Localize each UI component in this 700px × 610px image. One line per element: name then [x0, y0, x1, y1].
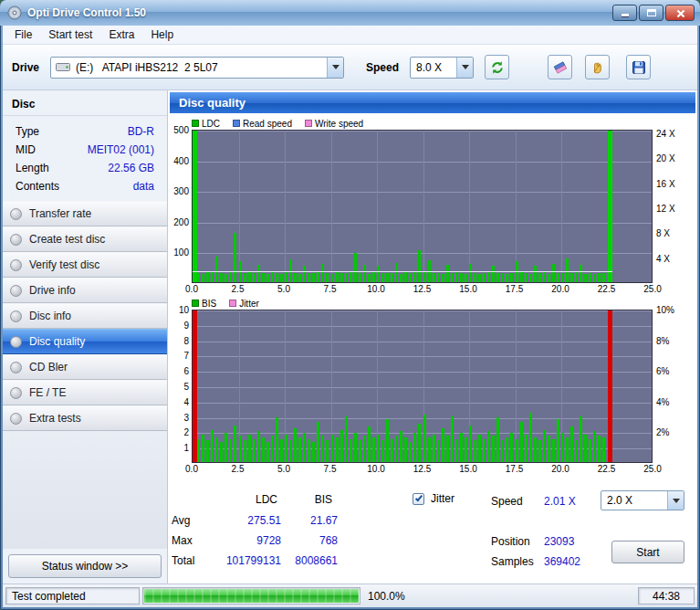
disc-length-row: Length 22.56 GB: [16, 159, 154, 177]
x-tick-label: 20.0: [551, 464, 569, 474]
disc-type-label: Type: [16, 125, 39, 138]
minimize-icon: [622, 14, 629, 16]
stop-button[interactable]: [585, 55, 610, 79]
eraser-icon: [553, 60, 568, 75]
minimize-button[interactable]: [612, 5, 637, 21]
test-bullet-icon: [10, 208, 22, 220]
app-icon: [7, 5, 22, 20]
sidebar-item-drive-info[interactable]: Drive info: [3, 278, 167, 303]
scan-speed-select[interactable]: 2.0 X: [601, 490, 684, 510]
speed-row-label: Speed: [491, 495, 523, 508]
x-tick-label: 22.5: [598, 464, 615, 474]
y-tick-label: 7: [183, 351, 189, 361]
bis-left-axis: 12345678910: [168, 310, 192, 463]
y-tick-label: 1: [183, 443, 189, 453]
sidebar-item-label: FE / TE: [29, 386, 66, 399]
title-bar[interactable]: Opti Drive Control 1.50: [0, 0, 700, 26]
test-bullet-icon: [10, 387, 22, 399]
save-button[interactable]: [626, 55, 651, 79]
disc-contents-row: Contents data: [16, 177, 154, 195]
drive-select-arrow[interactable]: [327, 58, 343, 78]
erase-disc-button[interactable]: [548, 55, 572, 79]
avg-bis-value: 21.67: [287, 514, 338, 527]
x-tick-label: 25.0: [643, 464, 661, 474]
ldc-left-axis: 100200300400500: [168, 130, 192, 283]
y2-tick-label: 20 X: [656, 153, 675, 163]
menu-help[interactable]: Help: [142, 26, 182, 43]
elapsed-time: 44:38: [638, 587, 695, 605]
x-tick-label: 25.0: [643, 284, 661, 294]
sidebar-item-fe-te[interactable]: FE / TE: [3, 380, 167, 405]
sidebar-item-create-test-disc[interactable]: Create test disc: [3, 226, 167, 252]
bis-right-axis: 2%4%6%8%10%: [653, 310, 696, 463]
y-tick-label: 500: [173, 125, 189, 135]
x-tick-label: 17.5: [506, 284, 523, 294]
status-window-button[interactable]: Status window >>: [8, 554, 162, 578]
disc-length-label: Length: [16, 162, 49, 174]
drive-select-value: (E:) ATAPI iHBS212 2 5L07: [70, 61, 327, 74]
legend-write-speed: Write speed: [305, 119, 363, 129]
drive-select[interactable]: (E:) ATAPI iHBS212 2 5L07: [50, 57, 344, 79]
refresh-icon: [490, 60, 505, 75]
sidebar-item-label: Create test disc: [29, 233, 105, 246]
speed-select-value: 8.0 X: [411, 61, 456, 74]
disc-mid-value: MEIT02 (001): [88, 143, 154, 156]
y-tick-label: 4: [183, 397, 189, 407]
x-tick-label: 7.5: [324, 284, 337, 294]
disc-section-header: Disc: [3, 90, 167, 116]
y-tick-label: 8: [183, 336, 189, 346]
x-tick-label: 17.5: [506, 464, 523, 474]
y2-tick-label: 24 X: [656, 129, 675, 139]
disc-mid-row: MID MEIT02 (001): [16, 141, 154, 159]
menu-start-test[interactable]: Start test: [40, 26, 100, 43]
progress-bar-fill: [144, 589, 359, 603]
scan-speed-select-arrow[interactable]: [667, 491, 684, 510]
menu-extra[interactable]: Extra: [100, 26, 142, 43]
position-value: 23093: [544, 535, 574, 548]
speed-select[interactable]: 8.0 X: [410, 57, 474, 79]
x-tick-label: 5.0: [277, 284, 290, 294]
sidebar-item-verify-test-disc[interactable]: Verify test disc: [3, 252, 167, 278]
sidebar-item-transfer-rate[interactable]: Transfer rate: [3, 201, 167, 226]
sidebar-item-disc-info[interactable]: Disc info: [3, 303, 167, 329]
jitter-checkbox-label: Jitter: [431, 492, 454, 505]
max-bis-value: 768: [287, 534, 338, 547]
x-tick-label: 10.0: [367, 464, 384, 474]
max-row-label: Max: [172, 534, 193, 547]
y2-tick-label: 16 X: [656, 179, 675, 189]
maximize-button[interactable]: [639, 5, 663, 21]
ldc-chart: LDCRead speedWrite speed 100200300400500…: [168, 117, 697, 295]
close-button[interactable]: [665, 5, 695, 21]
ldc-chart-legend: LDCRead speedWrite speed: [168, 117, 697, 130]
sidebar-item-disc-quality[interactable]: Disc quality: [3, 329, 167, 354]
chevron-down-icon: [332, 65, 340, 69]
x-tick-label: 10.0: [367, 284, 384, 294]
x-tick-label: 12.5: [413, 464, 431, 474]
y2-tick-label: 8 X: [656, 228, 670, 238]
y2-tick-label: 2%: [656, 427, 669, 437]
y2-tick-label: 12 X: [656, 204, 675, 214]
current-speed-value: 2.01 X: [544, 495, 576, 508]
x-tick-label: 22.5: [598, 284, 615, 294]
refresh-button[interactable]: [485, 55, 509, 79]
x-tick-label: 5.0: [277, 464, 290, 474]
sidebar-item-extra-tests[interactable]: Extra tests: [3, 405, 167, 431]
x-tick-label: 2.5: [232, 464, 245, 474]
sidebar-item-cd-bler[interactable]: CD Bler: [3, 354, 167, 380]
bis-chart: BISJitter 12345678910 2%4%6%8%10% 0.02.5…: [168, 297, 697, 475]
speed-select-arrow[interactable]: [456, 58, 473, 78]
jitter-checkbox[interactable]: [413, 493, 424, 505]
sidebar-spacer: [3, 431, 167, 549]
disc-type-row: Type BD-R: [16, 122, 154, 141]
test-bullet-icon: [10, 310, 22, 322]
start-button[interactable]: Start: [611, 541, 684, 563]
sidebar-item-label: Disc quality: [29, 335, 85, 348]
test-bullet-icon: [10, 413, 22, 425]
main-panel: Disc quality LDCRead speedWrite speed 10…: [168, 90, 697, 584]
menu-file[interactable]: File: [6, 26, 40, 43]
scan-speed-select-value: 2.0 X: [601, 494, 667, 507]
legend-read-speed: Read speed: [233, 119, 292, 129]
chevron-down-icon: [462, 65, 469, 69]
speed-label: Speed: [366, 61, 399, 74]
status-message: Test completed: [5, 587, 140, 605]
